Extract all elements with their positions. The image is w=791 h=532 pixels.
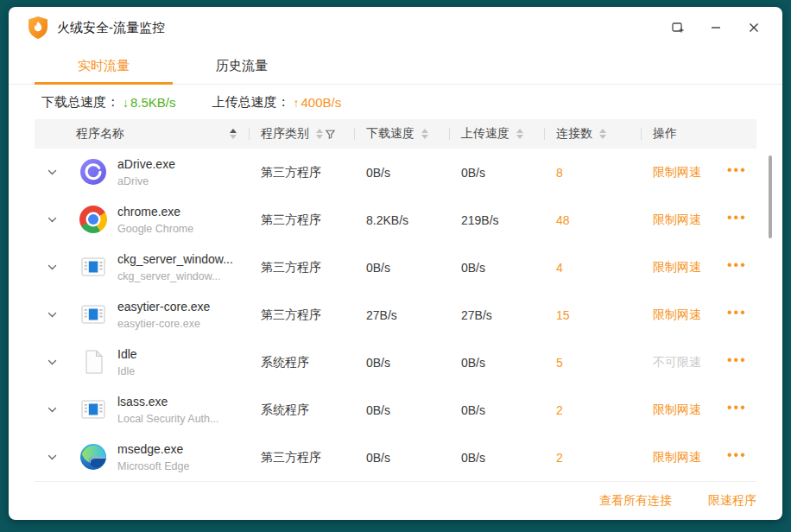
actions-cell: 限制网速 ••• (641, 402, 756, 418)
titlebar: 火绒安全-流量监控 (9, 7, 782, 48)
limit-speed-link[interactable]: 限制网速 (653, 402, 701, 418)
footer: 查看所有连接 限速程序 (9, 482, 782, 520)
limit-speed-link[interactable]: 限制网速 (653, 165, 701, 180)
sort-icon[interactable] (230, 129, 237, 139)
process-description: Google Chrome (117, 221, 193, 237)
more-actions-button[interactable]: ••• (727, 455, 747, 460)
tab-bar: 实时流量 历史流量 (9, 48, 782, 85)
download-speed-cell: 27B/s (354, 308, 449, 322)
process-description: Idle (117, 364, 137, 379)
connections-cell: 4 (544, 261, 641, 275)
actions-cell: 限制网速 ••• (641, 212, 756, 228)
process-description: Microsoft Edge (117, 459, 189, 474)
tab-realtime-traffic[interactable]: 实时流量 (35, 48, 173, 84)
more-actions-button[interactable]: ••• (727, 408, 747, 413)
sort-icon[interactable] (316, 129, 323, 139)
column-header-program-name[interactable]: 程序名称 (35, 119, 249, 149)
actions-cell: 限制网速 ••• (641, 307, 756, 323)
more-actions-button[interactable]: ••• (727, 218, 747, 223)
expand-chevron-icon[interactable] (45, 165, 59, 179)
download-speed-cell: 0B/s (354, 356, 449, 370)
app-window: 火绒安全-流量监控 实时流量 历史流量 下载总速度： ↓8.5KB/s (9, 7, 782, 520)
expand-chevron-icon[interactable] (45, 212, 59, 226)
process-description: Local Security Auth... (117, 411, 218, 427)
close-button[interactable] (746, 20, 762, 35)
download-speed-cell: 8.2KB/s (354, 213, 449, 227)
expand-chevron-icon[interactable] (45, 307, 59, 321)
generic-window-app-icon (79, 301, 107, 328)
tab-history-traffic[interactable]: 历史流量 (173, 48, 311, 84)
table-row: aDrive.exe aDrive 第三方程序 0B/s 0B/s 8 限制网速… (35, 149, 756, 196)
table-row: Idle Idle 系统程序 0B/s 0B/s 5 不可限速 ••• (35, 339, 756, 386)
limit-speed-link[interactable]: 限制网速 (653, 212, 701, 228)
download-speed-cell: 0B/s (354, 166, 449, 180)
program-name-cell: aDrive.exe aDrive (35, 155, 249, 188)
process-name: easytier-core.exe (117, 298, 210, 315)
table-header: 程序名称 程序类别 下载速度 上传速度 连接数 (35, 119, 756, 149)
column-header-upload-speed[interactable]: 上传速度 (449, 119, 544, 149)
upload-speed-cell: 0B/s (449, 356, 544, 370)
upload-total-value: 400B/s (301, 95, 342, 110)
program-name-cell: ckg_server_window... ckg_server_window..… (35, 250, 249, 283)
program-type-cell: 第三方程序 (249, 212, 354, 228)
table-row: lsass.exe Local Security Auth... 系统程序 0B… (35, 386, 756, 434)
more-actions-button[interactable]: ••• (727, 170, 747, 175)
generic-window-app-icon (79, 396, 107, 423)
table-row: msedge.exe Microsoft Edge 第三方程序 0B/s 0B/… (35, 434, 756, 481)
upload-speed-cell: 0B/s (449, 403, 544, 417)
actions-cell: 限制网速 ••• (641, 165, 756, 180)
sort-icon[interactable] (421, 129, 428, 139)
program-type-cell: 第三方程序 (249, 260, 354, 276)
sort-icon[interactable] (516, 129, 523, 139)
process-description: easytier-core.exe (117, 316, 210, 332)
filter-icon[interactable] (325, 129, 336, 140)
connections-cell: 5 (544, 356, 641, 370)
speed-summary: 下载总速度： ↓8.5KB/s 上传总速度： ↑400B/s (9, 85, 782, 119)
column-header-connections[interactable]: 连接数 (544, 119, 641, 149)
program-type-cell: 第三方程序 (249, 450, 354, 466)
connections-cell: 48 (544, 213, 641, 227)
more-actions-button[interactable]: ••• (727, 265, 747, 270)
program-name-cell: Idle Idle (35, 345, 249, 378)
upload-arrow-icon: ↑ (294, 96, 300, 110)
more-actions-button[interactable]: ••• (727, 313, 747, 318)
program-name-cell: easytier-core.exe easytier-core.exe (35, 298, 249, 331)
limit-speed-link[interactable]: 限制网速 (653, 450, 701, 466)
download-speed-cell: 0B/s (354, 451, 449, 465)
process-description: ckg_server_window... (117, 269, 233, 284)
column-header-program-type[interactable]: 程序类别 (249, 119, 354, 149)
adrive-app-icon (79, 158, 107, 186)
program-type-cell: 第三方程序 (249, 307, 354, 323)
process-traffic-table: 程序名称 程序类别 下载速度 上传速度 连接数 (35, 119, 756, 482)
window-title: 火绒安全-流量监控 (57, 20, 165, 36)
limit-speed-link[interactable]: 限制网速 (653, 307, 701, 323)
process-name: lsass.exe (117, 393, 218, 410)
process-description: aDrive (117, 174, 175, 189)
limit-speed-link[interactable]: 限制网速 (653, 260, 701, 276)
upload-speed-cell: 219B/s (449, 213, 544, 227)
process-name: chrome.exe (117, 203, 193, 220)
connections-cell: 2 (544, 403, 641, 417)
more-actions-button[interactable]: ••• (727, 360, 747, 365)
minimize-button[interactable] (708, 20, 724, 35)
view-all-connections-link[interactable]: 查看所有连接 (599, 493, 672, 509)
feedback-icon[interactable] (670, 20, 686, 35)
column-header-download-speed[interactable]: 下载速度 (354, 119, 449, 149)
upload-speed-cell: 0B/s (449, 451, 544, 465)
sort-icon[interactable] (599, 129, 606, 139)
limit-programs-link[interactable]: 限速程序 (708, 493, 756, 509)
expand-chevron-icon[interactable] (45, 355, 59, 369)
process-name: Idle (117, 345, 137, 363)
download-speed-cell: 0B/s (354, 403, 449, 417)
actions-cell: 限制网速 ••• (641, 450, 756, 466)
expand-chevron-icon[interactable] (45, 260, 59, 274)
process-name: msedge.exe (117, 440, 189, 458)
program-name-cell: lsass.exe Local Security Auth... (35, 393, 249, 426)
upload-speed-cell: 0B/s (449, 261, 544, 275)
vertical-scrollbar-thumb[interactable] (769, 155, 772, 238)
expand-chevron-icon[interactable] (45, 450, 59, 464)
expand-chevron-icon[interactable] (45, 402, 59, 416)
connections-cell: 8 (544, 166, 641, 180)
download-speed-cell: 0B/s (354, 261, 449, 275)
column-header-actions: 操作 (641, 119, 756, 149)
